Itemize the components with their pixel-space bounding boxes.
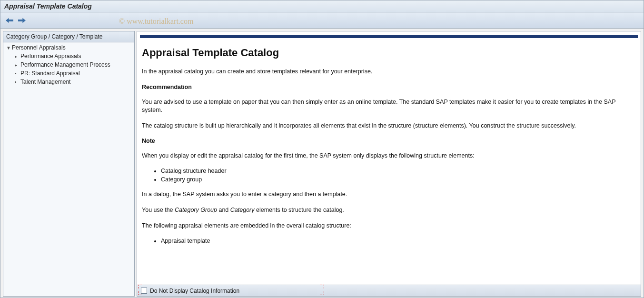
tree-item-label: Performance Management Process [20,61,110,68]
content-scroll: Appraisal Template Catalog In the apprai… [137,31,641,285]
doc-list: Catalog structure header Category group [161,168,635,183]
focus-corner-icon [320,291,324,295]
caret-right-icon: ▸ [15,62,19,68]
doc-list-item: Catalog structure header [161,168,635,174]
tree-item-performance-management-process[interactable]: ▸ Performance Management Process [4,60,133,69]
doc-list-item: Appraisal template [161,238,635,244]
arrow-right-icon [18,18,26,23]
nav-forward-button[interactable] [18,16,26,25]
toolbar [0,12,644,29]
window-title: Appraisal Template Catalog [4,2,92,10]
doc-heading: Appraisal Template Catalog [142,47,635,59]
bullet-icon: • [15,71,19,76]
tree-children: ▸ Performance Appraisals ▸ Performance M… [4,52,133,86]
arrow-left-icon [6,18,13,23]
focus-corner-icon [320,285,324,288]
nav-back-button[interactable] [5,16,14,25]
doc-list: Appraisal template [161,238,635,244]
tree-item-label: Talent Management [20,79,70,85]
document-body: Appraisal Template Catalog In the apprai… [140,35,638,261]
doc-paragraph: In a dialog, the SAP system asks you to … [142,190,635,199]
caret-right-icon: ▸ [15,54,19,59]
titlebar: Appraisal Template Catalog [0,0,644,12]
sidebar-header: Category Group / Category / Template [3,31,134,42]
do-not-display-checkbox[interactable] [141,288,147,294]
main-area: Category Group / Category / Template ▼ P… [0,29,644,298]
doc-paragraph: You are advised to use a template on pap… [142,98,635,114]
doc-paragraph: In the appraisal catalog you can create … [142,68,635,76]
doc-paragraph: You use the Category Group and Category … [142,206,635,214]
document-viewer[interactable]: Appraisal Template Catalog In the apprai… [137,31,641,285]
tree-root-personnel-appraisals[interactable]: ▼ Personnel Appraisals [4,43,133,52]
doc-subheading-note: Note [142,137,635,145]
bottom-bar: Do Not Display Catalog Information [137,285,641,296]
doc-paragraph: The catalog structure is built up hierar… [142,122,635,130]
doc-subheading-recommendation: Recommendation [142,83,635,91]
tree-item-pr-standard-appraisal[interactable]: • PR: Standard Appraisal [4,69,133,78]
tree-root-label: Personnel Appraisals [12,44,66,51]
app-window: Appraisal Template Catalog © www.tutoria… [0,0,644,298]
caret-down-icon: ▼ [6,45,10,50]
tree-item-label: Performance Appraisals [20,53,81,60]
doc-list-item: Category group [161,176,635,183]
tree: ▼ Personnel Appraisals ▸ Performance App… [3,42,134,296]
sidebar: Category Group / Category / Template ▼ P… [3,31,135,297]
bullet-icon: • [15,79,19,85]
tree-item-label: PR: Standard Appraisal [20,70,80,77]
tree-item-talent-management[interactable]: • Talent Management [4,78,133,86]
content-panel: Appraisal Template Catalog In the apprai… [137,31,641,297]
do-not-display-label: Do Not Display Catalog Information [150,288,239,294]
doc-paragraph: The following appraisal elements are emb… [142,222,635,230]
tree-item-performance-appraisals[interactable]: ▸ Performance Appraisals [4,52,133,60]
doc-paragraph: When you display or edit the appraisal c… [142,152,635,160]
